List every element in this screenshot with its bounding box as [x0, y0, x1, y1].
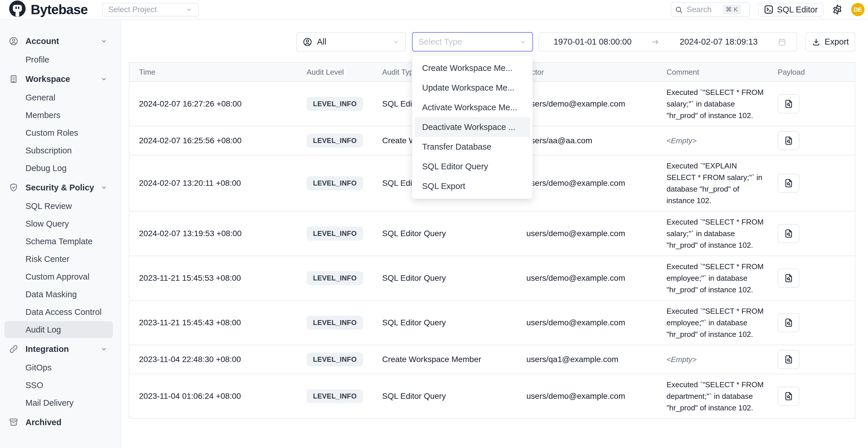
sidebar-item-general[interactable]: General [4, 89, 113, 106]
sidebar-item-gitops[interactable]: GitOps [4, 359, 113, 376]
chevron-down-icon [393, 38, 400, 45]
sql-editor-button[interactable]: SQL Editor [758, 3, 824, 17]
dropdown-option-activate-workspace-me[interactable]: Activate Workspace Me... [414, 98, 530, 117]
sidebar-item-data-masking[interactable]: Data Masking [4, 286, 113, 303]
sidebar-item-sql-review[interactable]: SQL Review [4, 198, 113, 215]
sidebar-item-debug-log[interactable]: Debug Log [4, 160, 113, 177]
payload-view-button[interactable] [778, 174, 799, 193]
cell-payload [771, 387, 855, 406]
dropdown-option-transfer-database[interactable]: Transfer Database [414, 137, 530, 157]
project-select-value: Select Project [108, 5, 157, 14]
sql-editor-label: SQL Editor [777, 5, 818, 14]
file-search-icon [784, 318, 794, 328]
dropdown-option-deactivate-workspace[interactable]: Deactivate Workspace ... [414, 117, 530, 137]
payload-view-button[interactable] [778, 350, 799, 369]
sidebar-section-label: Integration [26, 344, 100, 354]
cell-audit-type: SQL Editor Query [382, 229, 526, 238]
audit-level-badge: LEVEL_INFO [307, 134, 363, 148]
date-range-picker[interactable]: 1970-01-01 08:00:00 2024-02-07 18:09:13 [538, 32, 797, 52]
chevron-down-icon [100, 37, 108, 45]
sidebar-section-archived[interactable]: Archived [0, 413, 120, 431]
brand[interactable]: Bytebase [7, 0, 88, 20]
user-circle-icon [9, 36, 19, 46]
type-filter-placeholder: Select Type [418, 37, 520, 46]
cell-comment: Executed `"EXPLAIN SELECT * FROM salary;… [666, 160, 771, 206]
dropdown-option-sql-editor-query[interactable]: SQL Editor Query [414, 157, 530, 176]
settings-button[interactable] [832, 4, 843, 15]
cell-audit-level: LEVEL_INFO [307, 352, 382, 366]
filter-row: All Select Type 1970-01-01 08:00:00 2024… [121, 32, 868, 52]
cell-audit-level: LEVEL_INFO [307, 389, 382, 403]
sidebar-item-audit-log[interactable]: Audit Log [4, 321, 113, 338]
payload-view-button[interactable] [778, 94, 799, 114]
cell-audit-type: SQL Editor Query [382, 318, 526, 327]
column-header-actor: Actor [526, 68, 666, 77]
payload-view-button[interactable] [778, 131, 799, 150]
cell-comment: Executed `"SELECT * FROM department;"` i… [666, 379, 771, 414]
cell-comment: <Empty> [666, 135, 771, 147]
audit-level-badge: LEVEL_INFO [307, 352, 363, 366]
sidebar-section-integration[interactable]: Integration [0, 340, 120, 358]
avatar[interactable]: DE [851, 3, 865, 16]
sidebar-item-custom-approval[interactable]: Custom Approval [4, 268, 113, 285]
sidebar-item-slow-query[interactable]: Slow Query [4, 215, 113, 232]
sidebar-item-profile[interactable]: Profile [4, 51, 113, 68]
actor-filter-value: All [317, 37, 388, 46]
type-dropdown-menu: Create Workspace Me...Update Workspace M… [412, 55, 533, 199]
search-input[interactable] [686, 5, 719, 14]
cell-comment: Executed `"SELECT * FROM employee;"` in … [666, 305, 771, 340]
sidebar-item-custom-roles[interactable]: Custom Roles [4, 124, 113, 141]
sidebar-section-security-policy[interactable]: Security & Policy [0, 178, 120, 197]
chevron-down-icon [100, 75, 108, 83]
building-icon [9, 74, 19, 84]
sidebar-section-label: Archived [26, 418, 112, 427]
sidebar-item-members[interactable]: Members [4, 107, 113, 124]
cell-actor: users/demo@example.com [526, 274, 666, 283]
table-row: 2023-11-04 01:06:24 +08:00LEVEL_INFOSQL … [129, 374, 855, 419]
sidebar-section-label: Workspace [26, 74, 100, 84]
link-icon [9, 344, 19, 354]
payload-view-button[interactable] [778, 224, 799, 243]
cell-time: 2023-11-21 15:45:53 +08:00 [129, 274, 307, 283]
chevron-down-icon [520, 38, 527, 45]
sidebar-item-sso[interactable]: SSO [4, 377, 113, 393]
dropdown-option-update-workspace-me[interactable]: Update Workspace Me... [414, 78, 530, 98]
cell-actor: users/demo@example.com [526, 99, 666, 108]
audit-level-badge: LEVEL_INFO [307, 389, 363, 403]
cell-audit-type: SQL Editor Query [382, 274, 526, 283]
type-filter-select[interactable]: Select Type [412, 32, 533, 52]
search-box[interactable]: ⌘ K [671, 2, 750, 17]
cell-actor: users/aa@aa.com [526, 136, 666, 145]
export-label: Export [825, 37, 849, 46]
topbar-right: ⌘ K SQL Editor DE [671, 2, 868, 17]
payload-view-button[interactable] [778, 268, 799, 288]
sidebar: AccountProfileWorkspaceGeneralMembersCus… [0, 19, 121, 448]
sidebar-section-account[interactable]: Account [0, 32, 120, 50]
export-button[interactable]: Export [805, 32, 855, 52]
cell-comment: Executed `"SELECT * FROM salary;"` in da… [666, 216, 771, 251]
dropdown-option-create-workspace-me[interactable]: Create Workspace Me... [414, 58, 530, 78]
sidebar-section-workspace[interactable]: Workspace [0, 70, 120, 88]
cell-audit-type: Create Workspace Member [382, 355, 526, 364]
dropdown-option-sql-export[interactable]: SQL Export [414, 176, 530, 196]
actor-filter-select[interactable]: All [296, 32, 406, 52]
sidebar-item-mail-delivery[interactable]: Mail Delivery [4, 394, 113, 411]
sidebar-item-risk-center[interactable]: Risk Center [4, 251, 113, 267]
sidebar-item-data-access-control[interactable]: Data Access Control [4, 303, 113, 320]
payload-view-button[interactable] [778, 387, 799, 406]
arrow-right-icon [651, 38, 660, 46]
table-row: 2023-11-21 15:45:53 +08:00LEVEL_INFOSQL … [129, 256, 855, 301]
sidebar-item-subscription[interactable]: Subscription [4, 142, 113, 159]
table-row: 2024-02-07 13:19:53 +08:00LEVEL_INFOSQL … [129, 212, 855, 256]
column-header-level: Audit Level [307, 68, 382, 77]
payload-view-button[interactable] [778, 313, 799, 332]
cell-actor: users/demo@example.com [526, 229, 666, 238]
project-select[interactable]: Select Project [102, 3, 199, 17]
sidebar-section-label: Security & Policy [26, 183, 100, 192]
chevron-down-icon [186, 6, 192, 13]
file-search-icon [784, 273, 794, 283]
cell-comment: Executed `"SELECT * FROM salary;"` in da… [666, 87, 771, 121]
date-from-value: 1970-01-01 08:00:00 [554, 37, 631, 46]
file-search-icon [784, 99, 794, 109]
sidebar-item-schema-template[interactable]: Schema Template [4, 233, 113, 250]
